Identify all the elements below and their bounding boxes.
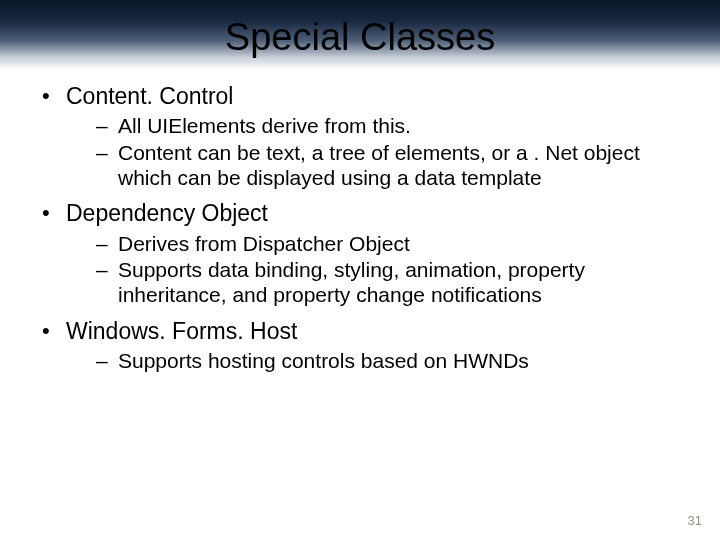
bullet-label: Dependency Object: [66, 200, 268, 226]
bullet-item: Dependency Object Derives from Dispatche…: [38, 200, 682, 307]
slide-body: Content. Control All UIElements derive f…: [0, 59, 720, 374]
sub-bullet: All UIElements derive from this.: [66, 114, 682, 139]
sub-bullet: Derives from Dispatcher Object: [66, 232, 682, 257]
bullet-item: Windows. Forms. Host Supports hosting co…: [38, 318, 682, 374]
bullet-label: Windows. Forms. Host: [66, 318, 297, 344]
slide-title: Special Classes: [0, 0, 720, 59]
page-number: 31: [688, 513, 702, 528]
sub-bullet: Content can be text, a tree of elements,…: [66, 141, 682, 191]
sub-bullet: Supports hosting controls based on HWNDs: [66, 349, 682, 374]
slide: Special Classes Content. Control All UIE…: [0, 0, 720, 540]
sub-bullet: Supports data binding, styling, animatio…: [66, 258, 682, 308]
bullet-item: Content. Control All UIElements derive f…: [38, 83, 682, 190]
bullet-label: Content. Control: [66, 83, 233, 109]
